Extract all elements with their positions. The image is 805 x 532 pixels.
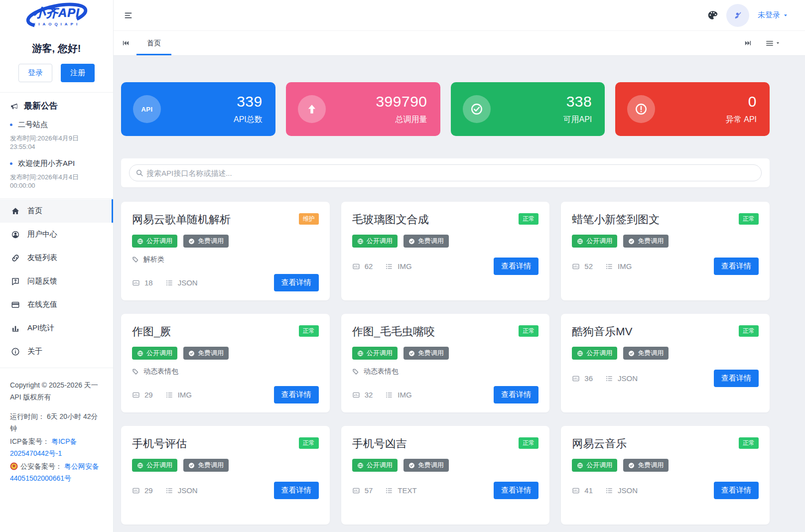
view-details-button[interactable]: 查看详情: [714, 258, 759, 275]
announcement-time: 发布时间:2026年4月4日 00:00:00: [10, 173, 103, 189]
call-count: 29: [144, 391, 153, 399]
view-details-button[interactable]: 查看详情: [714, 370, 759, 387]
format-list-icon: [165, 487, 173, 495]
announcements-title: 最新公告: [24, 100, 58, 112]
check-badge-icon: [188, 350, 195, 357]
view-details-button[interactable]: 查看详情: [494, 386, 538, 403]
api-card: 网易云歌单随机解析 维护 公开调用 免费调用 解析类: [121, 202, 330, 300]
api-card-title: 网易云歌单随机解析: [132, 212, 319, 227]
page-content: API 339 API总数 399790 总调用量 338 可用API 0 异常…: [114, 56, 805, 532]
return-format: IMG: [618, 262, 632, 270]
check-badge-icon: [628, 350, 635, 357]
tab-home[interactable]: 首页: [136, 31, 171, 55]
sidebar-item-info[interactable]: 关于: [0, 340, 113, 363]
sidebar-menu: 首页 用户中心 友链列表 问题反馈 在线充值 API统计 关于: [0, 199, 113, 364]
brand-logo: 小齐API XIAOQIAPI: [0, 0, 113, 31]
api-card: 酷狗音乐MV 正常 公开调用 免费调用 36: [561, 314, 770, 412]
announcements-header: 最新公告: [10, 100, 103, 112]
check-badge-icon: [408, 350, 415, 357]
avatar[interactable]: [726, 4, 749, 27]
globe-icon: [137, 462, 143, 469]
theme-palette-icon[interactable]: [707, 10, 718, 20]
globe-icon: [137, 350, 143, 357]
return-format: JSON: [618, 486, 638, 495]
status-badge: 正常: [739, 325, 759, 337]
category-tag: 动态表情包: [132, 367, 319, 376]
category-tag: 动态表情包: [352, 367, 539, 376]
announcement-title-row[interactable]: 欢迎使用小齐API: [10, 159, 103, 168]
public-call-badge: 公开调用: [132, 459, 177, 472]
api-cards-grid: 网易云歌单随机解析 维护 公开调用 免费调用 解析类: [121, 202, 770, 525]
recharge-icon: [11, 300, 20, 309]
api-card-title: 毛玻璃图文合成: [352, 212, 539, 227]
call-count: 29: [144, 486, 153, 495]
announcement-title-row[interactable]: 二号站点: [10, 120, 103, 130]
call-count-icon: [572, 487, 580, 495]
free-call-badge: 免费调用: [623, 347, 669, 360]
free-call-badge: 免费调用: [403, 347, 449, 360]
call-count-icon: [352, 263, 360, 270]
sidebar-item-home[interactable]: 首页: [0, 199, 113, 223]
globe-icon: [357, 350, 364, 357]
status-badge: 正常: [739, 213, 759, 225]
main-area: 未登录 首页: [114, 0, 805, 532]
api-card-title: 蜡笔小新签到图文: [572, 212, 759, 227]
status-badge: 正常: [519, 213, 538, 225]
view-details-button[interactable]: 查看详情: [274, 386, 319, 403]
call-count-icon: [132, 391, 140, 399]
stat-cards-row: API 339 API总数 399790 总调用量 338 可用API 0 异常…: [121, 82, 770, 136]
call-count-icon: [132, 487, 140, 495]
sidebar-item-recharge[interactable]: 在线充值: [0, 293, 113, 316]
free-call-badge: 免费调用: [183, 235, 229, 248]
link-icon: [11, 254, 20, 263]
public-call-badge: 公开调用: [132, 347, 177, 360]
search-input[interactable]: [129, 164, 762, 181]
check-badge-icon: [188, 462, 195, 469]
api-card: 毛玻璃图文合成 正常 公开调用 免费调用 62: [341, 202, 550, 300]
check-badge-icon: [188, 238, 195, 245]
home-icon: [11, 207, 20, 216]
view-details-button[interactable]: 查看详情: [494, 482, 538, 499]
sidebar-toggle-icon[interactable]: [124, 11, 133, 19]
sidebar-item-link[interactable]: 友链列表: [0, 246, 113, 269]
free-call-badge: 免费调用: [623, 235, 669, 248]
view-details-button[interactable]: 查看详情: [274, 482, 319, 499]
globe-icon: [357, 462, 364, 469]
header-actions: 未登录: [707, 4, 788, 27]
format-list-icon: [385, 487, 393, 495]
sidebar-item-bar-chart[interactable]: API统计: [0, 316, 113, 340]
scroll-tabs-left-icon[interactable]: [122, 39, 130, 47]
return-format: IMG: [178, 391, 192, 399]
sidebar-item-feedback[interactable]: 问题反馈: [0, 269, 113, 293]
sidebar-item-user[interactable]: 用户中心: [0, 223, 113, 246]
format-list-icon: [605, 375, 613, 383]
check-badge-icon: [628, 238, 635, 245]
user-icon: [11, 230, 20, 239]
public-call-badge: 公开调用: [352, 235, 398, 248]
icp-label: ICP备案号：: [10, 437, 49, 445]
free-call-badge: 免费调用: [183, 347, 229, 360]
tab-options-dropdown[interactable]: [766, 39, 780, 47]
register-button[interactable]: 注册: [61, 64, 95, 82]
check-badge-icon: [408, 238, 415, 245]
check-badge-icon: [628, 462, 635, 469]
sidebar: 小齐API XIAOQIAPI 游客, 您好! 登录 注册 最新公告 二号站点 …: [0, 0, 114, 532]
announcement-time: 发布时间:2026年4月9日 23:55:04: [10, 134, 103, 150]
tab-bar: 首页: [114, 31, 805, 56]
format-list-icon: [385, 391, 393, 399]
scroll-tabs-right-icon[interactable]: [744, 39, 752, 47]
login-status-dropdown[interactable]: 未登录: [758, 10, 788, 20]
brand-subtitle: XIAOQIAPI: [33, 22, 80, 26]
search-section: [121, 158, 770, 187]
format-list-icon: [605, 487, 613, 495]
api-card-title: 作图_毛毛虫嘴咬: [352, 324, 539, 339]
view-details-button[interactable]: 查看详情: [274, 274, 319, 291]
view-details-button[interactable]: 查看详情: [714, 482, 759, 499]
login-button[interactable]: 登录: [18, 64, 52, 82]
view-details-button[interactable]: 查看详情: [494, 258, 538, 275]
sidebar-footer: Copyright © 2025-2026 天一 API 版权所有 运行时间： …: [0, 368, 113, 496]
alert-circle-icon: [627, 95, 655, 123]
return-format: JSON: [178, 486, 198, 495]
api-card-title: 酷狗音乐MV: [572, 324, 759, 339]
call-count: 52: [584, 262, 593, 270]
